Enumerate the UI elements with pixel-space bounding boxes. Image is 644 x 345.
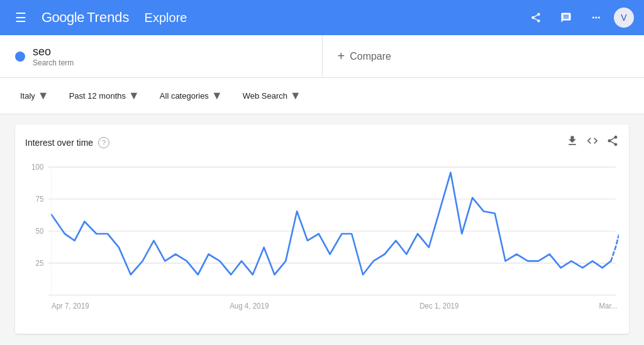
chart-area: 100 75 50 25 Apr 7, 2019 Aug 4, 2019 Dec… bbox=[25, 160, 619, 324]
trend-chart: 100 75 50 25 Apr 7, 2019 Aug 4, 2019 Dec… bbox=[25, 160, 619, 324]
term-type: Search term bbox=[33, 58, 74, 67]
download-icon[interactable] bbox=[566, 134, 579, 150]
search-term-box: seo Search term bbox=[0, 35, 323, 77]
search-type-chevron-icon: ▼ bbox=[290, 89, 301, 102]
svg-text:100: 100 bbox=[31, 163, 44, 171]
avatar[interactable]: V bbox=[614, 8, 634, 28]
apps-button[interactable] bbox=[584, 5, 609, 30]
svg-text:75: 75 bbox=[36, 195, 44, 203]
svg-text:50: 50 bbox=[36, 227, 44, 235]
logo-trends: Trends bbox=[87, 9, 130, 26]
time-range-chevron-icon: ▼ bbox=[128, 89, 140, 102]
embed-icon[interactable] bbox=[586, 134, 599, 150]
time-range-filter[interactable]: Past 12 months ▼ bbox=[64, 85, 145, 106]
categories-chevron-icon: ▼ bbox=[211, 89, 223, 102]
svg-text:25: 25 bbox=[36, 259, 44, 267]
compare-label: Compare bbox=[350, 51, 391, 62]
svg-text:Apr 7, 2019: Apr 7, 2019 bbox=[52, 302, 89, 310]
chart-actions bbox=[566, 134, 619, 150]
chart-card: Interest over time ? bbox=[15, 124, 629, 334]
help-icon[interactable]: ? bbox=[98, 137, 109, 148]
logo-google: Google bbox=[42, 9, 84, 26]
explore-label: Explore bbox=[145, 11, 187, 25]
location-label: Italy bbox=[20, 91, 35, 101]
time-range-label: Past 12 months bbox=[69, 91, 126, 101]
chart-title-group: Interest over time ? bbox=[25, 137, 109, 148]
share-chart-icon[interactable] bbox=[606, 134, 619, 150]
share-button[interactable] bbox=[523, 5, 548, 30]
compare-box[interactable]: + Compare bbox=[323, 39, 645, 74]
header-icons: V bbox=[523, 5, 634, 30]
header: ☰ Google Trends Explore V bbox=[0, 0, 644, 35]
filters-bar: Italy ▼ Past 12 months ▼ All categories … bbox=[0, 78, 644, 114]
term-text: seo bbox=[33, 45, 74, 58]
term-dot bbox=[15, 52, 25, 62]
svg-text:Aug 4, 2019: Aug 4, 2019 bbox=[230, 302, 269, 310]
chart-title: Interest over time bbox=[25, 138, 93, 148]
svg-text:Mar...: Mar... bbox=[599, 302, 618, 310]
svg-text:Dec 1, 2019: Dec 1, 2019 bbox=[419, 302, 458, 310]
feedback-button[interactable] bbox=[553, 5, 579, 30]
categories-label: All categories bbox=[160, 91, 209, 101]
location-filter[interactable]: Italy ▼ bbox=[15, 85, 54, 106]
chart-header: Interest over time ? bbox=[25, 134, 619, 150]
compare-plus-icon: + bbox=[338, 49, 345, 63]
term-info: seo Search term bbox=[33, 45, 74, 67]
search-type-label: Web Search bbox=[243, 91, 287, 101]
search-type-filter[interactable]: Web Search ▼ bbox=[238, 85, 306, 106]
main-content: Interest over time ? bbox=[0, 114, 644, 344]
menu-icon[interactable]: ☰ bbox=[10, 5, 31, 30]
location-chevron-icon: ▼ bbox=[38, 89, 49, 102]
categories-filter[interactable]: All categories ▼ bbox=[155, 85, 228, 106]
search-bar: seo Search term + Compare bbox=[0, 35, 644, 78]
logo: Google Trends bbox=[42, 9, 130, 26]
